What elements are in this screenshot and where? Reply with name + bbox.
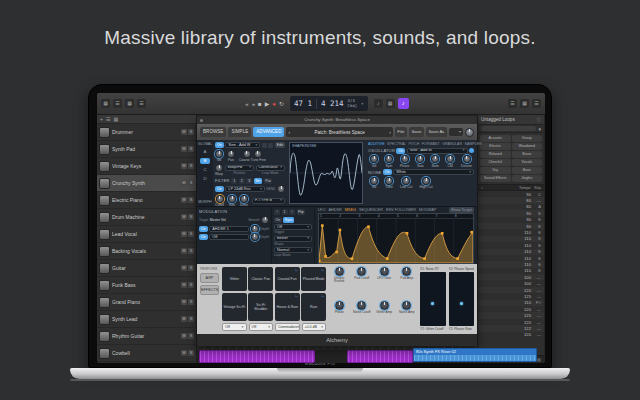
oscillator-knob[interactable] xyxy=(370,155,378,163)
filter-1-button[interactable]: 1 xyxy=(231,178,237,184)
mute-button[interactable]: M xyxy=(181,129,187,135)
track-row[interactable]: Funk Bass M S xyxy=(97,277,196,294)
track-row[interactable]: Backing Vocals M S xyxy=(97,243,196,260)
noise-type-dropdown[interactable]: White ▾ xyxy=(393,169,474,175)
source-copy-icon[interactable] xyxy=(268,143,273,148)
file-button[interactable]: File xyxy=(395,127,407,137)
waveform-display[interactable]: SHAPE/NOISE xyxy=(289,142,363,204)
mute-button[interactable]: M xyxy=(181,350,187,356)
oscillator-knob[interactable] xyxy=(401,155,409,163)
keyword-button[interactable]: Brass xyxy=(512,151,543,158)
solo-button[interactable]: S xyxy=(188,316,194,322)
tab-modmap[interactable]: MODMAP xyxy=(419,208,436,212)
oscillator-knob[interactable] xyxy=(385,155,393,163)
loop-browser-button[interactable]: ♪ xyxy=(398,98,409,109)
oscillator-knob-group[interactable]: CM xyxy=(446,155,454,168)
header-mode-dropdown[interactable]: ▾ xyxy=(449,128,463,136)
sync-button[interactable]: Sync xyxy=(283,217,294,223)
track-row[interactable]: Guitar M S xyxy=(97,260,196,277)
mute-button[interactable]: M xyxy=(181,265,187,271)
source-link-icon[interactable] xyxy=(262,143,267,148)
vol-knob-group[interactable]: Vol xyxy=(215,150,223,163)
oscillator-knob-group[interactable]: Sym xyxy=(385,155,393,168)
track-row[interactable]: Lead Vocal M S xyxy=(97,226,196,243)
keyword-button[interactable]: Group xyxy=(512,135,543,142)
perform-knob[interactable] xyxy=(402,267,411,276)
snapshot-button[interactable]: Sci-Fi Shudder xyxy=(248,293,273,321)
perform-knob[interactable] xyxy=(335,301,344,310)
snapshot-button[interactable]: ∟ Rain xyxy=(301,293,326,321)
metronome-icon[interactable]: ♪ xyxy=(374,99,383,108)
save-as-button[interactable]: Save As xyxy=(426,127,447,137)
source-c-tab[interactable]: C xyxy=(200,167,210,173)
noise-knob-group[interactable]: Low Cut xyxy=(400,177,412,190)
patch-selector[interactable]: ‹ Patch: Breathless Space › xyxy=(286,127,392,137)
perform-dropdown[interactable]: Off ▾ xyxy=(249,323,274,331)
noise-knob[interactable] xyxy=(385,177,393,185)
pan-knob-group[interactable]: Pan xyxy=(227,150,235,163)
tab-env-follower[interactable]: ENV FOLLOWER xyxy=(386,208,416,212)
oscillator-knob-group[interactable]: Saw xyxy=(416,155,424,168)
noise-knob-group[interactable]: Tune xyxy=(385,177,393,190)
flip-button[interactable]: Flip xyxy=(297,209,306,215)
mute-button[interactable]: M xyxy=(181,163,187,169)
lcd-display[interactable]: 47 1 4 214 4/4 Cmaj ▾ xyxy=(290,96,368,111)
track-row[interactable]: Grand Piano M S xyxy=(97,294,196,311)
oscillator-knob-group[interactable]: Vol xyxy=(370,155,378,168)
ftype-dropdown[interactable]: F-TYPE B ▾ xyxy=(252,198,285,204)
perform-knob-group[interactable]: Unsync Reverb xyxy=(329,267,350,300)
source-b-tab[interactable]: B xyxy=(200,158,210,164)
send-knob[interactable] xyxy=(277,185,285,193)
mute-button[interactable]: M xyxy=(181,214,187,220)
patch-next-icon[interactable]: › xyxy=(389,129,391,135)
mseg-on-button[interactable]: On xyxy=(274,217,282,223)
track-row[interactable]: Crunchy Synth M S xyxy=(97,175,196,192)
tab-simple[interactable]: SIMPLE xyxy=(228,127,251,137)
tab-mseg[interactable]: MSEG xyxy=(345,208,356,212)
track-row[interactable]: Electric Piano M S xyxy=(97,192,196,209)
loop-list-header[interactable]: ♪ Tempo Key xyxy=(478,184,544,191)
mute-button[interactable]: M xyxy=(181,299,187,305)
tune-knob-group[interactable]: Coarse Tune Fine xyxy=(239,150,266,163)
noise-knob-group[interactable]: Vol xyxy=(370,177,378,190)
tab-arp[interactable]: ARP xyxy=(200,273,219,283)
solo-button[interactable]: S xyxy=(188,350,194,356)
track-row[interactable]: Synth Lead M S xyxy=(97,311,196,328)
snapshot-button[interactable]: Vintage Sci-Fi xyxy=(222,293,247,321)
mod-source-dropdown[interactable]: AHDSR 1 xyxy=(209,226,249,232)
solo-button[interactable]: S xyxy=(188,146,194,152)
keyword-button[interactable]: Bass xyxy=(512,167,543,174)
perform-knob[interactable] xyxy=(335,267,344,276)
track-row[interactable]: Cowbell M S xyxy=(97,345,196,362)
tab-ahdsr[interactable]: AHDSR xyxy=(328,208,341,212)
noise-knob[interactable] xyxy=(402,177,410,185)
mute-button[interactable]: M xyxy=(181,282,187,288)
va-mode-icon[interactable] xyxy=(469,148,474,153)
mute-button[interactable]: M xyxy=(181,316,187,322)
target-value[interactable]: Master Vol xyxy=(210,218,247,222)
snapshot-button[interactable]: Glitter xyxy=(222,267,247,291)
editors-icon[interactable]: ☰ xyxy=(137,99,146,108)
mod-source-dropdown[interactable]: Off xyxy=(209,234,249,240)
loop-search-input[interactable] xyxy=(481,126,536,131)
lcd-chevron-down-icon[interactable]: ▾ xyxy=(361,101,363,106)
additive-tab[interactable]: PITCH xyxy=(409,142,420,146)
perform-knob-group[interactable]: Noise Amp xyxy=(397,301,418,331)
snapshot-button[interactable]: ∟ House & Rain xyxy=(275,293,300,321)
perform-dropdown[interactable]: +0.0 dB ▾ xyxy=(302,323,327,331)
mute-button[interactable]: M xyxy=(181,231,187,237)
additive-tab[interactable]: SAMPLER xyxy=(465,142,482,146)
xy-pad-dot[interactable] xyxy=(460,302,463,305)
snapshot-button[interactable]: ∟ Phased Mode xyxy=(301,267,326,291)
add-track-button[interactable]: + xyxy=(100,116,103,122)
filter-type-dropdown[interactable]: LP 24dB Rsn ▾ xyxy=(225,186,265,192)
patch-prev-icon[interactable]: ‹ xyxy=(288,129,290,135)
favorites-heart-icon[interactable]: ♡ xyxy=(537,117,541,123)
notes-icon[interactable]: ▦ xyxy=(520,99,529,108)
keyword-button[interactable]: Jingles xyxy=(512,175,543,182)
filter-on-button[interactable]: On xyxy=(215,186,224,192)
mute-button[interactable]: M xyxy=(181,146,187,152)
morph-label[interactable]: MORPH xyxy=(198,200,211,204)
mseg-next-icon[interactable]: › xyxy=(289,209,295,215)
loop-filter-icon[interactable]: ▾ xyxy=(538,126,541,132)
